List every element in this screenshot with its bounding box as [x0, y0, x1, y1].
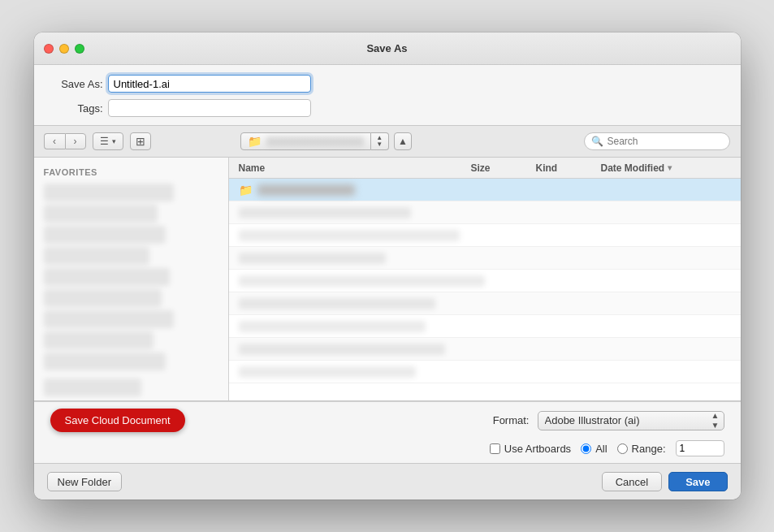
sidebar-item[interactable]: [44, 184, 174, 201]
folder-action-icon: ⊞: [136, 135, 145, 148]
range-label: Range:: [632, 443, 666, 455]
path-button[interactable]: 📁: [240, 132, 371, 150]
save-cloud-document-button[interactable]: Save Cloud Document: [50, 409, 185, 432]
artboards-row: Use Artboards All Range:: [34, 439, 741, 463]
nav-buttons: ‹ ›: [44, 133, 86, 149]
sidebar-item[interactable]: [44, 378, 141, 396]
expand-icon: ▲: [398, 136, 408, 147]
tags-input[interactable]: [108, 99, 311, 117]
sidebar-item[interactable]: [44, 268, 170, 286]
column-date: Date Modified ▾: [601, 162, 731, 174]
tags-row: Tags:: [34, 96, 741, 125]
use-artboards-checkbox[interactable]: [490, 443, 500, 454]
table-row[interactable]: [229, 361, 741, 383]
format-row: Save Cloud Document Format: Adobe Illust…: [34, 402, 741, 439]
file-name-text: [257, 184, 355, 196]
column-name: Name: [239, 162, 471, 174]
forward-button[interactable]: ›: [65, 133, 86, 149]
maximize-button[interactable]: [75, 44, 84, 54]
new-folder-button[interactable]: New Folder: [47, 472, 122, 491]
sort-arrow-icon: ▾: [668, 163, 672, 172]
forward-icon: ›: [74, 136, 77, 147]
table-row[interactable]: [229, 338, 741, 361]
sidebar-item[interactable]: [44, 247, 149, 265]
bottom-area: Save Cloud Document Format: Adobe Illust…: [34, 401, 741, 463]
table-row[interactable]: [229, 247, 741, 270]
view-options-button[interactable]: ☰ ▾: [93, 132, 123, 150]
content-area: Favorites Name Size Kind Date Modified ▾: [34, 158, 741, 401]
save-button[interactable]: Save: [668, 472, 727, 491]
file-name-cell: 📁: [239, 184, 471, 197]
format-select-container: Adobe Illustrator (ai) PDF EPS SVG ▲ ▼: [538, 411, 724, 430]
sidebar-item[interactable]: [44, 289, 162, 307]
path-folder-icon: 📁: [248, 135, 262, 148]
range-input[interactable]: [676, 440, 724, 456]
use-artboards-checkbox-label[interactable]: Use Artboards: [490, 443, 571, 455]
table-row[interactable]: [229, 292, 741, 315]
sidebar-item[interactable]: [44, 353, 166, 370]
buttons-row: New Folder Cancel Save: [34, 463, 741, 500]
sidebar: Favorites: [34, 158, 229, 400]
file-list-header: Name Size Kind Date Modified ▾: [229, 158, 741, 179]
window-controls: [44, 44, 84, 54]
title-bar: Save As: [34, 32, 741, 65]
save-as-label: Save As:: [50, 78, 103, 90]
table-row[interactable]: [229, 201, 741, 224]
format-select[interactable]: Adobe Illustrator (ai) PDF EPS SVG: [538, 411, 724, 430]
expand-button[interactable]: ▲: [394, 132, 412, 150]
range-radio[interactable]: [617, 443, 628, 454]
sidebar-item[interactable]: [44, 226, 166, 244]
list-icon: ☰: [100, 136, 109, 147]
close-button[interactable]: [44, 44, 54, 54]
toolbar: ‹ › ☰ ▾ ⊞ 📁 ▲ ▼: [34, 125, 741, 158]
view-chevron-icon: ▾: [112, 137, 116, 145]
save-as-row: Save As:: [34, 65, 741, 96]
table-row[interactable]: [229, 224, 741, 247]
path-select[interactable]: 📁 ▲ ▼: [240, 132, 389, 150]
all-radio[interactable]: [581, 443, 591, 454]
format-label: Format:: [493, 414, 530, 426]
search-input[interactable]: [607, 136, 723, 147]
table-row[interactable]: [229, 270, 741, 292]
range-radio-label[interactable]: Range:: [617, 443, 666, 455]
table-row[interactable]: 📁: [229, 179, 741, 201]
path-label: [266, 136, 364, 146]
column-kind: Kind: [536, 162, 601, 174]
save-as-dialog: Save As Save As: Tags: ‹ › ☰ ▾ ⊞: [34, 32, 741, 500]
save-as-input[interactable]: [108, 75, 311, 93]
back-button[interactable]: ‹: [44, 133, 65, 149]
search-box[interactable]: 🔍: [584, 132, 730, 150]
use-artboards-label: Use Artboards: [504, 443, 571, 455]
sidebar-item[interactable]: [44, 310, 174, 328]
sidebar-item[interactable]: [44, 205, 158, 223]
search-icon: 🔍: [591, 136, 603, 147]
sidebar-item[interactable]: [44, 331, 154, 349]
column-size: Size: [471, 162, 536, 174]
all-label: All: [595, 443, 607, 455]
path-dropdown: 📁 ▲ ▼ ▲: [240, 132, 412, 150]
back-icon: ‹: [53, 136, 56, 147]
tags-label: Tags:: [50, 102, 103, 115]
folder-icon: 📁: [239, 184, 253, 197]
minimize-button[interactable]: [59, 44, 69, 54]
cancel-button[interactable]: Cancel: [602, 472, 662, 491]
action-button[interactable]: ⊞: [130, 132, 151, 150]
sidebar-section-label: Favorites: [34, 164, 228, 180]
all-radio-label[interactable]: All: [581, 443, 607, 455]
file-list: Name Size Kind Date Modified ▾ 📁: [229, 158, 741, 400]
dialog-title: Save As: [366, 42, 407, 54]
path-up-down-icon[interactable]: ▲ ▼: [371, 132, 389, 150]
table-row[interactable]: [229, 315, 741, 338]
